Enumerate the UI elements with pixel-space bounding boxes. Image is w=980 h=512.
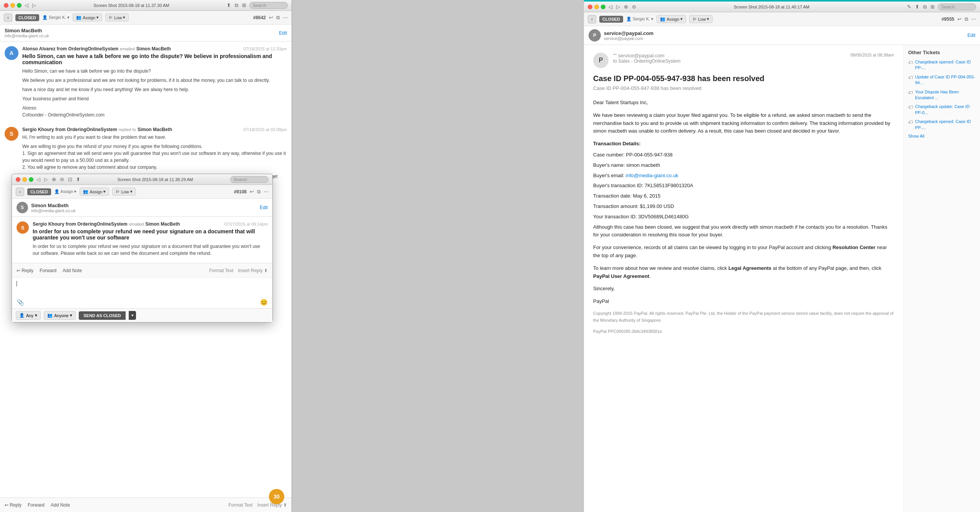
back-button[interactable]: ‹ (588, 15, 596, 23)
edit-link[interactable]: Edit (279, 30, 287, 36)
reply-button[interactable]: ↩ Reply (17, 268, 33, 273)
sidebar-ticket-1[interactable]: 🏷 Chargeback opened: Case ID PP-... (908, 59, 975, 71)
send-as-closed-button[interactable]: SEND AS CLOSED (79, 311, 125, 320)
contact-email: info@media-giant.co.uk (5, 33, 279, 38)
message-content: Alonso Alvarez from OrderingOnlineSystem… (22, 46, 287, 121)
paypal-sig: PayPal (593, 298, 894, 306)
edit2-icon[interactable]: ✎ (907, 4, 911, 10)
priority-button[interactable]: 🏳 Low▾ (689, 15, 713, 23)
reply-icon[interactable]: ↩ (957, 16, 962, 22)
sidebar-ticket-2[interactable]: 🏷 Update of Case ID PP-004-055-94... (908, 74, 975, 86)
nav-forward-icon[interactable]: ▷ (616, 4, 620, 10)
status-badge[interactable]: CLOSED (15, 14, 39, 21)
maximize-btn[interactable] (601, 5, 605, 9)
actual-size-icon[interactable]: ⊡ (68, 176, 72, 182)
nav-back-icon[interactable]: ◁ (36, 176, 40, 182)
nav-back-icon[interactable]: ◁ (609, 4, 612, 10)
share-icon[interactable]: ⬆ (915, 4, 919, 10)
right-contact-bar: P service@paypal.com service@paypal.com … (584, 26, 980, 45)
reply-icon[interactable]: ↩ (250, 189, 254, 194)
titlebar-actions: ⬆ ⧉ ⊞ (227, 2, 246, 8)
minimize-btn[interactable] (594, 5, 599, 9)
titlebar-actions: ✎ ⬆ ⧉ ⊞ (907, 4, 935, 10)
compose-area[interactable]: 📎 😊 (12, 278, 272, 308)
close-btn[interactable] (4, 3, 8, 8)
anyone-dropdown[interactable]: 👥 Anyone ▾ (44, 311, 76, 320)
email-header-row: P "" service@paypal.com to Sales - Order… (593, 53, 894, 68)
forward-button[interactable]: Forward (28, 502, 45, 508)
priority-button[interactable]: 🏳 Low▾ (105, 13, 129, 22)
close-btn[interactable] (16, 177, 20, 182)
zoom-out-icon[interactable]: ⊖ (60, 176, 64, 182)
merge-icon[interactable]: ⧉ (965, 16, 968, 22)
maximize-btn[interactable] (29, 177, 33, 182)
any-dropdown[interactable]: 👤 Any ▾ (16, 311, 41, 320)
more-icon[interactable]: ⋯ (971, 16, 976, 22)
forward-button[interactable]: Forward (40, 268, 56, 273)
merge-icon[interactable]: ⧉ (276, 15, 280, 21)
copy2-icon[interactable]: ⧉ (923, 4, 927, 10)
share2-icon[interactable]: ⬆ (76, 176, 80, 182)
merge-icon[interactable]: ⧉ (257, 189, 260, 195)
minimize-btn[interactable] (10, 3, 15, 8)
status-badge[interactable]: CLOSED (599, 16, 623, 23)
back-button[interactable]: ‹ (4, 13, 12, 22)
send-options-button[interactable]: ▾ (129, 311, 136, 320)
attachment-icon[interactable]: 📎 (17, 299, 24, 306)
bookmark2-icon[interactable]: ⊞ (930, 4, 935, 10)
buyer-email-link[interactable]: info@media-giant.co.uk (626, 173, 678, 178)
assign-button[interactable]: 👥 Assign▾ (80, 188, 109, 196)
emoji-icon[interactable]: 😊 (260, 299, 268, 306)
edit-link[interactable]: Edit (967, 33, 975, 38)
share-icon[interactable]: ⬆ (227, 2, 231, 8)
show-all-link[interactable]: Show All (908, 134, 975, 138)
assign-button[interactable]: 👥 Assign▾ (73, 13, 102, 22)
close-btn[interactable] (588, 5, 592, 9)
sidebar-ticket-3[interactable]: 🏷 Your Dispute Has Been Escalated ... (908, 89, 975, 101)
insert-reply-label[interactable]: Insert Reply ⬆ (238, 268, 268, 273)
nav-forward-icon[interactable]: ▷ (44, 176, 48, 182)
case-number: Case number: PP-004-055-947-938 (593, 151, 894, 159)
add-note-button[interactable]: Add Note (51, 502, 70, 508)
zoom-icon[interactable]: ⊕ (624, 4, 628, 10)
back-button[interactable]: ‹ (16, 188, 24, 196)
titlebar-icons: ◁ ▷ ⊕ ⊖ (609, 4, 636, 10)
user-agreement-bold: PayPal User Agreement (593, 273, 649, 279)
minimize-btn[interactable] (22, 177, 27, 182)
more-icon[interactable]: ⋯ (264, 189, 269, 194)
sidebar-ticket-4[interactable]: 🏷 Chargeback update: Case ID PP-0... (908, 104, 975, 116)
sidebar-ticket-5[interactable]: 🏷 Chargeback opened: Case ID PP-... (908, 119, 975, 131)
tag-icon: 🏷 (908, 120, 913, 125)
add-note-button[interactable]: Add Note (63, 268, 82, 273)
para-4: To learn more about how we review and re… (593, 264, 894, 281)
status-badge[interactable]: CLOSED (27, 188, 51, 195)
reply-bar-right: Format Text Insert Reply ⬆ (209, 268, 268, 273)
nav-back-icon[interactable]: ◁ (25, 2, 28, 8)
right-toolbar: ‹ CLOSED 👤 Sergio K. ▾ 👥 Assign▾ 🏳 Low▾ … (584, 12, 980, 26)
legal-agreements-bold: Legal Agreements (728, 265, 771, 271)
message-header: Sergio Khoury from OrderingOnlineSystem … (22, 127, 287, 132)
format-text-label[interactable]: Format Text (209, 268, 234, 273)
more-icon[interactable]: ⋯ (283, 15, 288, 20)
priority-button[interactable]: 🏳 Low▾ (112, 188, 136, 196)
format-text-label[interactable]: Format Text (229, 502, 253, 508)
agent-name: 👤 Sergio K. ▾ (626, 17, 653, 22)
nav-forward-icon[interactable]: ▷ (32, 2, 36, 8)
assign-button[interactable]: 👥 Assign▾ (657, 15, 686, 23)
search-input[interactable]: Search (249, 2, 288, 9)
notification-bubble[interactable]: 30 (269, 489, 284, 504)
reply-button[interactable]: ↩ Reply (5, 502, 22, 508)
bookmark-icon[interactable]: ⊞ (242, 2, 246, 8)
email-body: P "" service@paypal.com to Sales - Order… (584, 45, 903, 512)
contact-name: Simon MacBeth (5, 28, 279, 33)
zoom-out-icon[interactable]: ⊖ (632, 4, 636, 10)
zoom-icon[interactable]: ⊕ (52, 176, 56, 182)
left-toolbar: ‹ CLOSED 👤 Sergio K. ▾ 👥 Assign▾ 🏳 Low▾ … (0, 11, 292, 25)
edit-link[interactable]: Edit (260, 205, 268, 210)
reply-icon[interactable]: ↩ (269, 15, 273, 20)
maximize-btn[interactable] (17, 3, 22, 8)
search-input[interactable]: Search (938, 3, 976, 10)
middle-titlebar: ◁ ▷ ⊕ ⊖ ⊡ ⬆ Screen Shot 2015-08-18 at 11… (12, 174, 272, 185)
copy-icon[interactable]: ⧉ (235, 2, 238, 8)
search-input[interactable]: Search (230, 176, 269, 183)
